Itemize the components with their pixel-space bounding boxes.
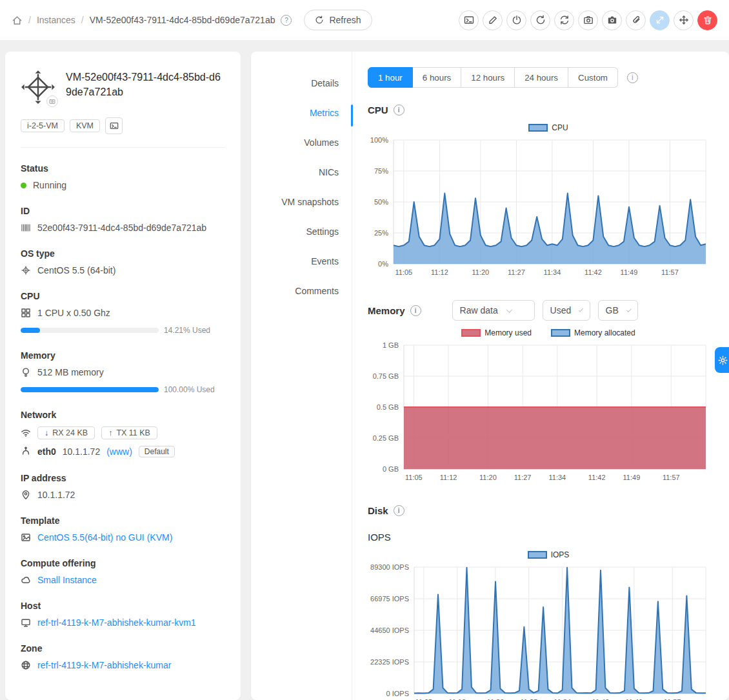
svg-text:11:34: 11:34 <box>544 268 561 276</box>
sync-icon <box>559 15 570 25</box>
svg-text:11:27: 11:27 <box>514 474 532 481</box>
barcode-icon <box>21 223 31 233</box>
time-range-custom[interactable]: Custom <box>568 67 618 88</box>
tx-button[interactable]: ↑ TX 11 KB <box>101 426 157 439</box>
camera-filled-icon <box>607 15 617 25</box>
cpu-chart: 0%25%50%75%100%11:0511:1211:2011:2711:34… <box>368 134 712 283</box>
svg-text:11:20: 11:20 <box>479 474 497 481</box>
console-button[interactable] <box>459 10 479 30</box>
vm-action-buttons <box>459 10 717 30</box>
home-icon[interactable] <box>12 15 23 26</box>
chevron-down-icon <box>626 307 632 312</box>
bulb-icon <box>21 367 31 377</box>
chevron-down-icon <box>506 306 512 313</box>
tab-events[interactable]: Events <box>251 246 352 276</box>
refresh-button[interactable]: Refresh <box>304 10 372 30</box>
change-icon-badge[interactable] <box>46 95 58 107</box>
reinstall-button[interactable] <box>554 10 574 30</box>
divider <box>21 147 225 148</box>
field-label: Compute offering <box>21 558 225 568</box>
tab-nics[interactable]: NICs <box>251 157 352 187</box>
field-zone: Zone ref-trl-4119-k-M7-abhishek-kumar <box>21 643 225 670</box>
tab-volumes[interactable]: Volumes <box>251 128 352 157</box>
time-range-6hours[interactable]: 6 hours <box>413 67 461 88</box>
attach-iso-button[interactable] <box>626 10 646 30</box>
svg-text:0 IOPS: 0 IOPS <box>386 690 409 697</box>
console-mini-button[interactable] <box>105 117 123 134</box>
memory-unit-select[interactable]: GB <box>598 300 638 321</box>
info-icon: i <box>627 72 638 83</box>
svg-text:22325 IOPS: 22325 IOPS <box>370 658 409 666</box>
time-range-24hours[interactable]: 24 hours <box>515 67 568 88</box>
memory-usage-progress: 100.00% Used <box>21 385 225 394</box>
memory-select-group: Raw data Used GB <box>452 300 638 321</box>
tab-settings[interactable]: Settings <box>251 217 352 246</box>
chevron-down-icon <box>579 307 583 312</box>
iops-chart: 0 IOPS22325 IOPS44650 IOPS66975 IOPS8930… <box>368 561 712 700</box>
rx-label: RX 24 KB <box>52 428 88 437</box>
volume-snapshot-button[interactable] <box>602 10 622 30</box>
migrate-button[interactable] <box>674 10 694 30</box>
help-icon[interactable]: ? <box>281 15 292 26</box>
nic-name: eth0 <box>37 446 56 457</box>
wifi-icon <box>21 428 31 438</box>
time-range-1hour[interactable]: 1 hour <box>368 67 413 88</box>
reload-icon <box>315 15 324 25</box>
svg-text:0.25 GB: 0.25 GB <box>373 434 399 442</box>
tab-metrics[interactable]: Metrics <box>251 98 352 128</box>
cloud-icon <box>21 575 31 585</box>
snapshot-button[interactable] <box>578 10 598 30</box>
svg-text:11:05: 11:05 <box>395 268 413 276</box>
nic-icon <box>21 446 31 457</box>
svg-text:0.75 GB: 0.75 GB <box>373 372 399 380</box>
breadcrumb-separator: / <box>28 15 31 25</box>
cpu-value: 1 CPU x 0.50 Ghz <box>37 308 110 318</box>
scale-button[interactable] <box>650 10 670 30</box>
field-label: Network <box>21 410 225 420</box>
host-link[interactable]: ref-trl-4119-k-M7-abhishek-kumar-kvm1 <box>37 617 196 628</box>
memory-metric-select[interactable]: Used <box>543 300 590 321</box>
edit-icon <box>488 15 498 25</box>
memory-data-select[interactable]: Raw data <box>452 300 535 321</box>
select-value: Raw data <box>460 305 498 315</box>
theme-settings-button[interactable] <box>715 347 729 373</box>
time-range-12hours[interactable]: 12 hours <box>461 67 515 88</box>
network-link[interactable]: (www) <box>106 446 132 457</box>
stop-button[interactable] <box>506 10 526 30</box>
cpu-usage-text: 14.21% Used <box>164 326 210 335</box>
breadcrumb-vm-name: VM-52e00f43-7911-4dc4-85bd-d69de7a721ab <box>90 15 275 25</box>
destroy-button[interactable] <box>697 10 717 30</box>
default-tag: Default <box>139 446 175 457</box>
field-label: ID <box>21 206 225 216</box>
metrics-content: 1 hour 6 hours 12 hours 24 hours Custom … <box>352 52 729 700</box>
offering-link[interactable]: Small Instance <box>37 575 97 585</box>
top-bar: / Instances / VM-52e00f43-7911-4dc4-85bd… <box>0 0 729 40</box>
memory-used-swatch <box>461 329 481 337</box>
svg-text:44650 IOPS: 44650 IOPS <box>370 626 409 634</box>
down-arrow-icon: ↓ <box>45 428 48 437</box>
iops-legend-swatch <box>528 551 547 559</box>
tab-comments[interactable]: Comments <box>251 276 352 306</box>
nic-ip: 10.1.1.72 <box>63 446 100 457</box>
reboot-button[interactable] <box>530 10 550 30</box>
breadcrumb-instances[interactable]: Instances <box>37 15 75 25</box>
memory-legend: Memory used Memory allocated <box>368 328 729 337</box>
svg-text:11:49: 11:49 <box>623 474 641 481</box>
svg-text:89300 IOPS: 89300 IOPS <box>370 563 409 571</box>
edit-button[interactable] <box>483 10 503 30</box>
tab-vm-snapshots[interactable]: VM snapshots <box>251 187 352 217</box>
zone-link[interactable]: ref-trl-4119-k-M7-abhishek-kumar <box>37 660 171 670</box>
svg-text:11:34: 11:34 <box>548 474 566 481</box>
power-icon <box>512 15 522 25</box>
template-link[interactable]: CentOS 5.5(64-bit) no GUI (KVM) <box>37 532 172 543</box>
field-offering: Compute offering Small Instance <box>21 558 225 585</box>
field-label: Zone <box>21 643 225 654</box>
info-icon: i <box>394 505 404 516</box>
svg-text:1 GB: 1 GB <box>383 341 399 349</box>
memory-section-title: Memory <box>368 305 405 316</box>
tag-hypervisor: KVM <box>70 119 100 132</box>
template-image-icon <box>21 532 31 543</box>
tab-details[interactable]: Details <box>251 68 352 98</box>
select-value: Used <box>550 305 572 315</box>
rx-button[interactable]: ↓ RX 24 KB <box>37 426 95 439</box>
